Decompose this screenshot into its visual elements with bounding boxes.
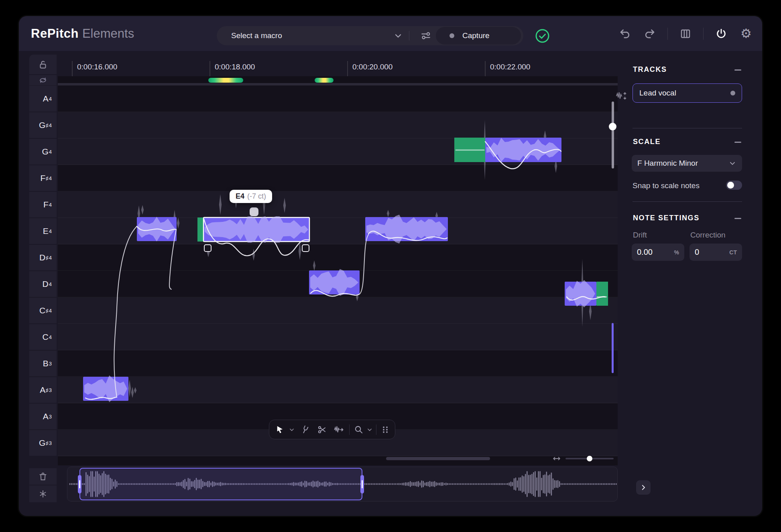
vertical-zoom-knob[interactable] [609,123,616,130]
note-E4-1[interactable] [137,205,179,289]
chevron-down-icon[interactable] [393,31,403,41]
redo-button[interactable] [643,26,657,41]
macro-select[interactable]: Select a macro [231,31,282,40]
macro-bar: Select a macro Capture [217,26,523,45]
correction-label: Correction [690,231,726,240]
pitch-label-D4: D4 [29,271,57,297]
join-notes-icon[interactable] [38,489,48,499]
timeline-ruler[interactable]: 0:00:16.0000:00:18.0000:00:20.0000:00:22… [58,55,618,76]
timeline-label: 0:00:22.000 [490,63,530,71]
top-bar: RePitch Elements Select a macro Capture [19,16,762,51]
horizontal-zoom-icon [552,454,561,463]
snap-to-scale-toggle[interactable] [726,181,742,190]
drift-label: Drift [633,231,647,240]
note-D4-6[interactable] [565,259,608,327]
desktop-background: RePitch Elements Select a macro Capture [0,0,781,532]
tune-fork-tool-button[interactable] [297,422,313,437]
layout-columns-button[interactable] [678,26,693,41]
toolbar-divider [703,28,704,40]
scale-collapse-button[interactable] [734,142,741,143]
tool-divider [376,424,376,435]
drift-input[interactable]: 0.00 % [632,244,684,261]
overview-selection-handle-right[interactable] [360,475,364,493]
horizontal-zoom-knob[interactable] [587,456,592,461]
track-name: Lead vocal [639,89,676,97]
capture-label: Capture [462,31,490,40]
brand-name: RePitch [31,26,79,41]
zoom-tool-chevron-icon[interactable] [365,422,374,437]
timeline-label: 0:00:18.000 [215,63,255,71]
correction-input[interactable]: 0 CT [689,244,742,261]
toolbar-drag-handle[interactable] [378,422,392,437]
zoom-tool-button[interactable] [352,422,365,437]
track-status-dot [730,91,735,95]
snap-to-scale-label: Snap to scale notes [633,181,700,190]
loop-icon[interactable] [38,75,48,85]
confirm-check-icon[interactable] [535,28,550,43]
note-resize-handle-left[interactable] [204,244,212,252]
trash-icon[interactable] [38,472,48,481]
loop-cell [29,75,57,85]
note-G4-5[interactable] [454,120,561,180]
lock-cell [29,55,57,74]
pitch-label-Gs4: G♯4 [29,112,57,138]
toolbar-divider [667,28,668,40]
lock-open-icon[interactable] [38,59,48,70]
note-D4-4[interactable] [309,235,368,301]
panel-expand-button[interactable] [636,480,651,495]
note-resize-handle-right[interactable] [302,244,309,252]
delete-cell [29,468,57,485]
correction-unit: CT [729,249,737,256]
track-item-lead-vocal[interactable]: Lead vocal [633,83,742,103]
panel-divider [633,128,742,128]
retune-tool-button[interactable] [330,422,347,437]
timeline-tick [347,61,348,76]
note-pitch-drag-handle[interactable] [250,207,258,216]
tool-palette [269,420,395,439]
vertical-scrollbar[interactable] [612,323,614,373]
pitch-label-A4: A4 [29,86,57,112]
tooltip-note: E4 [236,192,244,200]
pitch-label-Ds4: D♯4 [29,245,57,270]
pitch-label-As3: A♯3 [29,377,57,403]
pitch-label-A3: A3 [29,404,57,429]
scale-value: F Harmonic Minor [637,159,698,168]
tooltip-cents: (-7 ct) [247,192,266,200]
pitch-label-F4: F4 [29,192,57,217]
join-cell [29,485,57,502]
power-button[interactable] [714,26,728,41]
pitch-label-Fs4: F♯4 [29,165,57,191]
pitch-label-G4: G4 [29,139,57,164]
piano-roll[interactable] [58,76,618,465]
timeline-label: 0:00:16.000 [77,63,117,71]
scale-dropdown[interactable]: F Harmonic Minor [632,155,742,172]
overview-selection[interactable] [79,468,362,500]
timeline-tick [485,61,486,76]
pitch-tooltip: E4(-7 ct) [230,190,272,203]
capture-button[interactable]: Capture [436,27,521,45]
undo-button[interactable] [618,26,632,41]
cut-tool-button[interactable] [313,422,330,437]
timeline-tick [72,61,73,76]
tracks-collapse-button[interactable] [734,69,741,71]
pitch-label-Gs3: G♯3 [29,430,57,456]
select-tool-button[interactable] [272,422,287,437]
overview-selection-handle-left[interactable] [78,475,81,493]
note-A#3-0[interactable] [83,226,137,402]
drift-value: 0.00 [637,248,653,257]
notes-layer [58,76,618,465]
vertical-zoom-slider[interactable] [612,102,614,169]
top-bar-actions: ⚙ [618,16,753,51]
select-tool-chevron-icon[interactable] [287,422,297,437]
settings-gear-icon[interactable]: ⚙ [739,26,753,41]
macro-divider [409,31,409,41]
horizontal-scrollbar[interactable] [386,457,490,460]
note-settings-collapse-button[interactable] [734,218,741,219]
sliders-icon[interactable] [421,30,431,41]
audio-overview[interactable] [67,467,618,502]
tool-divider [349,424,350,435]
edition-name: Elements [82,26,134,41]
tracks-header: TRACKS [633,65,667,74]
note-E4-3[interactable] [365,210,448,244]
capture-status-dot [449,33,454,38]
